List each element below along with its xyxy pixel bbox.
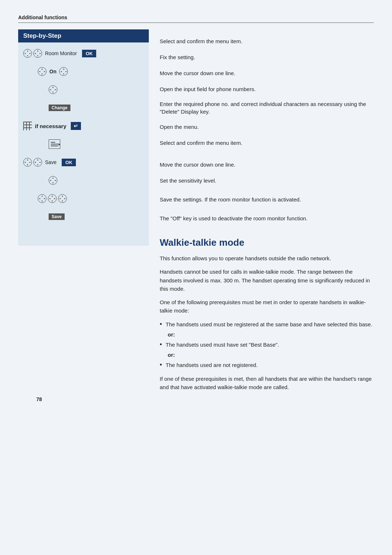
desc-3: Move the cursor down one line. — [160, 65, 374, 81]
step-row-9: ◄► ◄► ◄► — [23, 192, 144, 205]
or-label-2: or: — [168, 352, 374, 358]
nav-icon-9b: ◄► — [48, 194, 57, 203]
section-header: Additional functions — [18, 15, 374, 23]
nav-icon-2b: ◄► — [59, 67, 68, 76]
step-row-1: ◄► ◄► Room Monitor OK — [23, 47, 144, 60]
bullet-dot-2: • — [160, 340, 162, 349]
step-row-4: Change — [23, 101, 144, 114]
walkie-para-2: Handsets cannot be used for calls in wal… — [160, 268, 374, 293]
step-row-2: ◄► On ◄► — [23, 65, 144, 78]
desc-5: Enter the required phone no. and correct… — [160, 97, 374, 119]
nav-icon-8: ◄► — [49, 176, 57, 185]
nav-icon-1b: ◄► — [33, 49, 42, 58]
step-row-3: ◄► — [23, 83, 144, 96]
right-descriptions: Select and confirm the menu item. Fix th… — [149, 29, 374, 396]
page-number: 78 — [36, 396, 392, 402]
nav-icon-2a: ◄► — [38, 67, 46, 76]
walkie-para-4: If one of these prerequisites is met, th… — [160, 375, 374, 392]
ok-button-1[interactable]: OK — [82, 50, 97, 57]
walkie-title: Walkie-talkie mode — [160, 237, 374, 248]
bullet-dot-3: • — [160, 361, 162, 369]
bullet-dot-1: • — [160, 320, 162, 328]
nav-icon-9c: ◄► — [58, 194, 67, 203]
step-by-step-panel: Step-by-Step ◄► ◄► Room Monitor OK — [18, 29, 149, 396]
step-row-6: ▶ — [23, 138, 144, 151]
step-content: ◄► ◄► Room Monitor OK ◄► On — [18, 42, 149, 246]
desc-9: Set the sensitivity level. — [160, 172, 374, 188]
walkie-bullet-2: • The handsets used must have set "Best … — [160, 340, 374, 349]
walkie-bullet-1: • The handsets used must be registered a… — [160, 320, 374, 328]
step-row-7: ◄► ◄► Save OK — [23, 156, 144, 169]
walkie-para-3: One of the following prerequisites must … — [160, 298, 374, 315]
nav-icon-7b: ◄► — [33, 158, 42, 167]
step-row-8: ◄► — [23, 174, 144, 187]
step-7-label: Save — [45, 159, 57, 165]
desc-6: Open the menu. — [160, 119, 374, 135]
walkie-bullet-3: • The handsets used are not registered. — [160, 361, 374, 369]
change-button[interactable]: Change — [49, 105, 70, 111]
desc-2: Fix the setting. — [160, 49, 374, 65]
desc-7: Select and confirm the menu item. — [160, 135, 374, 151]
desc-10: Save the settings. If the room monitor f… — [160, 188, 374, 210]
step-1-label: Room Monitor — [45, 50, 77, 56]
save-button[interactable]: Save — [49, 213, 65, 220]
walkie-talkie-section: Walkie-talkie mode This function allows … — [160, 237, 374, 391]
step-box-header: Step-by-Step — [18, 29, 149, 42]
step-2-label: On — [49, 69, 56, 74]
walkie-para-1: This function allows you to operate hand… — [160, 254, 374, 262]
desc-11: The "Off" key is used to deactivate the … — [160, 210, 374, 226]
grid-icon — [23, 122, 32, 130]
ok-button-7[interactable]: OK — [62, 159, 76, 166]
nav-icon-9a: ◄► — [38, 194, 46, 203]
step-row-10: Save — [23, 210, 144, 223]
desc-4: Open the input field for phone numbers. — [160, 81, 374, 97]
step-row-5: if necessary ↵ — [23, 119, 144, 132]
nav-icon-3: ◄► — [49, 85, 57, 94]
nav-icon-7a: ◄► — [23, 158, 32, 167]
step-5-label: if necessary — [35, 123, 66, 129]
desc-1: Select and confirm the menu item. — [160, 33, 374, 49]
enter-key-icon: ↵ — [71, 122, 81, 130]
or-label-1: or: — [168, 331, 374, 338]
desc-8: Move the cursor down one line. — [160, 156, 374, 172]
nav-icon-1a: ◄► — [23, 49, 32, 58]
